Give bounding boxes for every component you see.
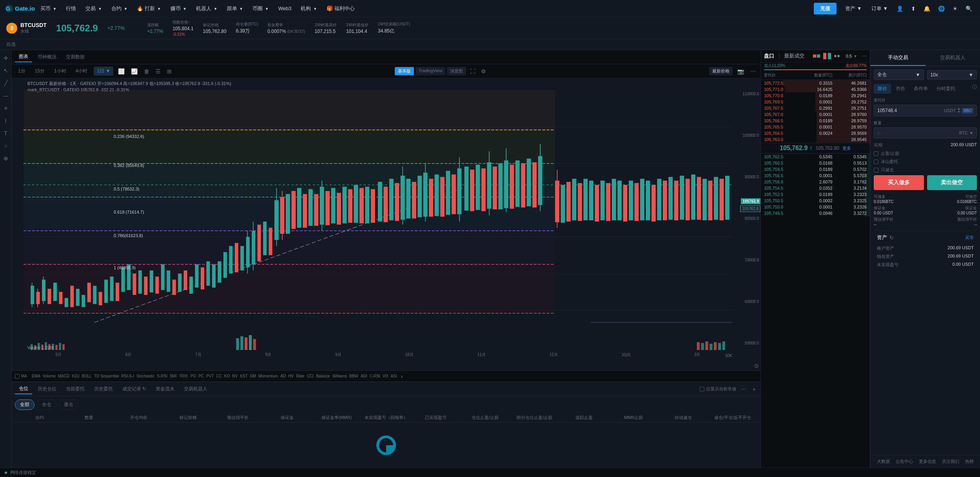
ind-srsi[interactable]: S-RSI <box>157 374 167 378</box>
filter-cross[interactable]: 全仓 <box>37 399 56 410</box>
ind-kdj[interactable]: KDJ <box>72 374 79 378</box>
settings-btn[interactable]: ⚙ <box>479 67 488 75</box>
crosshair-tool[interactable]: ✛ <box>1 53 11 63</box>
iceberg-checkbox-row[interactable]: 冰山委托 <box>874 159 977 165</box>
nav-market[interactable]: 行情 <box>62 3 80 15</box>
sell-short-btn[interactable]: 卖出做空 <box>927 175 977 190</box>
indicator-add-btn[interactable]: 📈 <box>129 67 139 75</box>
nav-trade[interactable]: 交易 ▼ <box>82 3 106 15</box>
reduce-only-checkbox[interactable] <box>874 168 878 172</box>
user-icon[interactable]: 👤 <box>893 4 906 13</box>
asset-refresh-icon[interactable]: ↻ <box>889 235 894 241</box>
chart-tab-chart[interactable]: 图表 <box>15 52 32 62</box>
ob-more-btn[interactable]: ⋯ <box>862 53 867 59</box>
ob-more-link[interactable]: 更多 <box>842 145 851 151</box>
tf-4h[interactable]: 4小时 <box>73 67 91 76</box>
latest-price-btn[interactable]: 最新价格 <box>709 67 733 75</box>
ind-dm[interactable]: DM <box>250 374 256 378</box>
more-settings-btn[interactable]: ⋯ <box>749 67 757 75</box>
nav-assets[interactable]: 资产 ▼ <box>841 3 866 15</box>
nav-contract[interactable]: 合约 ▼ <box>107 3 132 15</box>
ob-ask-row[interactable]: 105,764.5 0.0024 28.9569 <box>761 130 870 136</box>
ind-pc[interactable]: PC <box>198 374 204 378</box>
buy-long-btn[interactable]: 买入做多 <box>874 175 924 190</box>
show-current-market[interactable]: 仅显示当前市场 <box>700 386 736 392</box>
nav-web3[interactable]: Web3 <box>274 3 296 14</box>
chart-canvas[interactable]: BTCUSDT 最新价格 · 1天 · GATEIO 开=106094.4 高=… <box>12 78 760 370</box>
logo[interactable]: G Gate.io <box>5 4 35 13</box>
ind-pvt[interactable]: PVT <box>206 374 214 378</box>
qty-input[interactable]: ○ BTC ▼ <box>874 127 977 138</box>
buy-action-btn[interactable]: 买市 <box>965 235 974 241</box>
footer-hot-btn[interactable]: 热榜 <box>965 459 974 464</box>
ob-bid-row[interactable]: 105,749.5 0.0946 3.3272 <box>761 210 870 216</box>
ind-rsi[interactable]: RSI-S-I <box>121 374 134 378</box>
ob-bid-row[interactable]: 105,760.5 0.0168 0.5513 <box>761 160 870 166</box>
chart-scroll-btn[interactable]: ⊙ <box>754 363 759 369</box>
ob-view-sell[interactable] <box>823 53 826 59</box>
ind-ao[interactable]: AO <box>280 374 286 378</box>
nav-bot[interactable]: 机器人 ▼ <box>192 3 221 15</box>
tf-1m[interactable]: 1分 <box>15 67 29 76</box>
fullscreen-btn[interactable]: ⛶ <box>468 67 477 75</box>
grid-btn[interactable]: ⊞ <box>165 67 173 75</box>
leverage-select[interactable]: 10x ▼ <box>927 70 977 80</box>
nav-new[interactable]: 🔥 打新 ▼ <box>133 3 165 15</box>
circle-tool[interactable]: ○ <box>1 141 11 151</box>
globe-icon[interactable]: 🌐 <box>935 4 948 13</box>
ind-rate[interactable]: Rate <box>296 374 305 378</box>
hline-tool[interactable]: — <box>1 91 11 100</box>
bbo-btn[interactable]: BBO <box>962 108 973 114</box>
mode-tradingview[interactable]: TradingView <box>416 67 446 75</box>
fib-tool[interactable]: ⌇ <box>1 116 11 125</box>
ob-ask-row[interactable]: 105,769.5 0.0001 29.2752 <box>761 99 870 105</box>
nav-earn[interactable]: 赚币 ▼ <box>167 3 191 15</box>
ind-bbw[interactable]: BBW <box>349 374 358 378</box>
channel-tool[interactable]: ≡ <box>1 103 11 113</box>
candle-type-btn[interactable]: ⬜ <box>116 67 126 75</box>
stoploss-checkbox-row[interactable]: 止盈/止损 <box>874 151 977 156</box>
search-icon[interactable]: 🔍 <box>962 4 975 13</box>
ind-td[interactable]: TD Sequential <box>94 374 119 378</box>
footer-follow-btn[interactable]: 关注我们 <box>942 459 959 464</box>
ind-williams[interactable]: Williams <box>332 374 347 378</box>
filter-all[interactable]: 全部 <box>15 399 34 410</box>
order-type-limit[interactable]: 限价 <box>874 84 891 94</box>
ind-momentum[interactable]: Momentum <box>258 374 278 378</box>
entrust-price-input[interactable]: 105748.4 USDT ▲ ▼ BBO <box>874 105 977 116</box>
mode-depth[interactable]: 深度图 <box>447 67 466 75</box>
bottom-add-btn[interactable]: + <box>751 385 757 393</box>
iceberg-checkbox[interactable] <box>874 160 878 164</box>
upload-icon[interactable]: ⬆ <box>908 4 919 13</box>
footer-more-btn[interactable]: 更多信息 <box>919 459 936 464</box>
ob-ask-row[interactable]: 105,763.0 28.9545 <box>761 136 870 143</box>
list-btn[interactable]: ☰ <box>154 67 162 75</box>
ind-ko[interactable]: KO <box>224 374 230 378</box>
trade-tab-manual[interactable]: 手动交易 <box>871 50 926 66</box>
ob-ask-row[interactable]: 105,771.0 16.6425 45.9366 <box>761 86 870 92</box>
nav-buy[interactable]: 买币 ▼ <box>36 3 61 15</box>
bottom-more-btn[interactable]: ⋯ <box>739 385 748 393</box>
ob-decimal-select[interactable]: 0.5 ▼ <box>846 54 857 58</box>
ind-cc[interactable]: CC <box>216 374 221 378</box>
ob-ask-row[interactable]: 105,766.5 0.0189 28.9759 <box>761 118 870 124</box>
delete-btn[interactable]: 🗑 <box>142 67 151 75</box>
cursor-tool[interactable]: ↖ <box>1 66 11 75</box>
ind-smi[interactable]: SMI <box>170 374 177 378</box>
tf-1d[interactable]: 1日 ▼ <box>94 67 113 76</box>
ind-asi[interactable]: ASI <box>390 374 397 378</box>
ob-bid-row[interactable]: 105,762.5 0.5345 0.5345 <box>761 154 870 160</box>
price-stepper[interactable]: ▲ ▼ <box>957 107 960 114</box>
ind-crsi[interactable]: C-RSI <box>370 374 380 378</box>
filter-isolated[interactable]: 逐仓 <box>59 399 78 410</box>
footer-bigdata-btn[interactable]: 大数据 <box>877 459 890 464</box>
ob-view-both[interactable] <box>813 53 820 59</box>
theme-icon[interactable]: ☀ <box>949 4 961 13</box>
ob-bid-row[interactable]: 105,754.5 0.0352 3.2134 <box>761 185 870 191</box>
ob-color-dots[interactable] <box>834 53 840 59</box>
nav-copy[interactable]: 跟单 ▼ <box>223 3 247 15</box>
chart-tab-overview[interactable]: 币种概况 <box>34 52 60 62</box>
tab-bot[interactable]: 交易机器人 <box>180 384 211 394</box>
reduce-only-checkbox-row[interactable]: 只减仓 <box>874 167 977 173</box>
ob-bid-row[interactable]: 105,752.5 0.0189 3.2323 <box>761 191 870 198</box>
